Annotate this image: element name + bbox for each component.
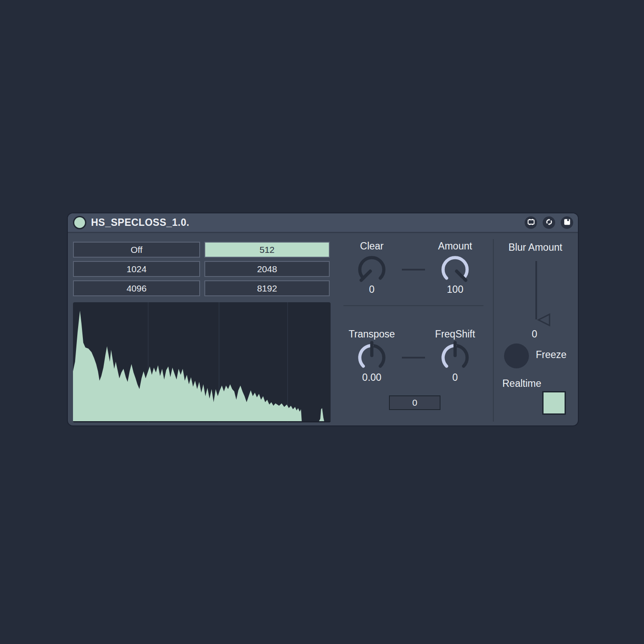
fft-button-1024[interactable]: 1024	[73, 261, 200, 277]
realtime-label: Realtime	[502, 378, 541, 389]
freeze-button[interactable]	[504, 343, 529, 368]
fft-button-512[interactable]: 512	[204, 242, 330, 258]
fft-button-off[interactable]: Off	[73, 242, 200, 258]
max-device-panel: HS_SPECLOSS_1.0.	[68, 213, 578, 425]
blur-amount-slider[interactable]	[535, 261, 537, 319]
amount-knob[interactable]	[438, 252, 472, 287]
device-title: HS_SPECLOSS_1.0.	[91, 217, 189, 228]
realtime-checkbox[interactable]	[542, 391, 566, 415]
clear-label: Clear	[360, 240, 384, 252]
device-frame-icon	[527, 218, 535, 228]
amount-value: 100	[447, 284, 463, 295]
amount-label: Amount	[438, 240, 472, 252]
save-icon	[563, 218, 571, 228]
spectrum-display[interactable]	[73, 302, 331, 422]
fft-button-2048[interactable]: 2048	[204, 261, 330, 277]
sync-button[interactable]	[543, 216, 555, 229]
save-button[interactable]	[561, 216, 573, 229]
section-divider	[343, 305, 483, 306]
knob-connector-line	[402, 357, 425, 358]
fft-button-4096[interactable]: 4096	[73, 280, 200, 296]
freqshift-value: 0	[453, 372, 458, 383]
device-on-toggle[interactable]	[73, 216, 86, 229]
clear-value: 0	[369, 284, 375, 295]
freeze-label: Freeze	[536, 349, 567, 361]
right-section-divider	[493, 239, 494, 422]
number-box[interactable]: 0	[389, 395, 440, 410]
show-device-frame-button[interactable]	[525, 216, 537, 229]
page-background: HS_SPECLOSS_1.0.	[0, 0, 644, 644]
blur-amount-label: Blur Amount	[508, 242, 562, 253]
device-titlebar: HS_SPECLOSS_1.0.	[68, 213, 578, 233]
blur-slider-handle[interactable]	[537, 313, 552, 329]
fft-button-8192[interactable]: 8192	[204, 280, 330, 296]
blur-amount-value: 0	[532, 328, 538, 340]
titlebar-icons	[525, 216, 573, 229]
transpose-label: Transpose	[349, 328, 395, 340]
transpose-value: 0.00	[362, 372, 382, 383]
fft-size-selector: Off 512 1024 2048 4096 8192	[73, 242, 330, 296]
freqshift-label: FreqShift	[435, 328, 475, 340]
sync-icon	[545, 218, 553, 228]
knob-connector-line	[402, 269, 425, 270]
transpose-knob[interactable]	[355, 340, 389, 375]
freqshift-knob[interactable]	[438, 340, 472, 375]
clear-knob[interactable]	[355, 252, 389, 287]
